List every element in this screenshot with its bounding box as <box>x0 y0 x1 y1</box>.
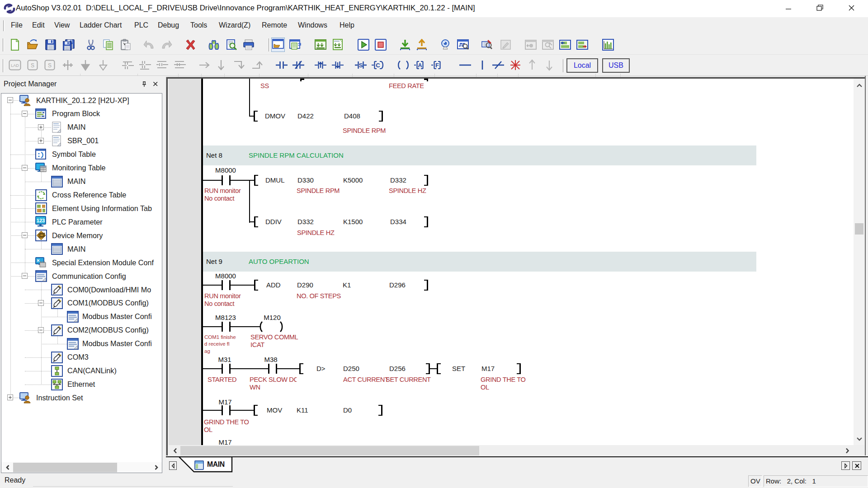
svg-text:C: C <box>376 62 380 69</box>
svg-text:S: S <box>31 62 34 69</box>
svg-text:S: S <box>48 62 52 69</box>
svg-text:123: 123 <box>37 218 45 223</box>
svg-text:A: A <box>418 62 422 69</box>
svg-text:S: S <box>359 62 363 69</box>
svg-text:F: F <box>435 62 439 69</box>
svg-text:LAD: LAD <box>11 63 19 68</box>
